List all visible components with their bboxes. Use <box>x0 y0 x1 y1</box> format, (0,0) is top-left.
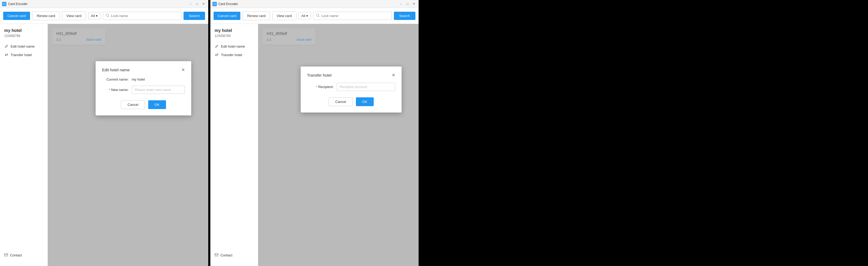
search-button-2[interactable]: Search <box>394 12 415 20</box>
close-button-1[interactable]: ✕ <box>201 1 206 7</box>
search-icon-2 <box>316 14 320 18</box>
toolbar-2: Cancel card Renew card View card All ▾ S… <box>210 8 418 24</box>
search-input-1[interactable] <box>111 14 179 18</box>
svg-rect-9 <box>214 3 216 4</box>
required-mark: * <box>108 88 110 92</box>
current-name-label: Current name: <box>102 77 129 81</box>
view-card-button-2[interactable]: View card <box>272 11 297 20</box>
minimize-button-2[interactable]: − <box>398 1 404 7</box>
ok-edit-button[interactable]: OK <box>148 100 166 109</box>
titlebar-2: Card Encoder − □ ✕ <box>210 0 418 8</box>
renew-card-button-1[interactable]: Renew card <box>32 11 60 20</box>
transfer-icon-1 <box>4 53 8 57</box>
chevron-down-icon-2: ▾ <box>306 14 308 18</box>
sidebar-1: my hotel 123456789 Edit hotel name Trans… <box>0 24 48 266</box>
sidebar-2: my hotel 123456789 Edit hotel name Trans… <box>210 24 258 266</box>
contact-icon-1 <box>4 253 8 258</box>
search-input-2[interactable] <box>321 14 389 18</box>
svg-rect-8 <box>4 254 8 256</box>
cancel-edit-button[interactable]: Cancel <box>121 100 145 109</box>
ok-transfer-button[interactable]: OK <box>356 97 374 106</box>
edit-hotel-label-2: Edit hotel name <box>221 45 245 48</box>
contact-item-2[interactable]: Contact <box>215 253 254 258</box>
close-button-2[interactable]: ✕ <box>411 1 416 7</box>
svg-rect-17 <box>215 254 218 256</box>
sidebar-item-transfer-hotel-1[interactable]: Transfer hotel <box>4 51 43 59</box>
titlebar-controls-2: − □ ✕ <box>398 1 416 7</box>
dialog-footer-edit: Cancel OK <box>102 100 185 109</box>
new-name-row: *New name: <box>102 86 185 94</box>
main-area-2: H31_d55bdf 1-1 Issue card Transfer hotel… <box>258 24 418 266</box>
transfer-hotel-label-2: Transfer hotel <box>221 53 242 57</box>
sidebar-top-2: my hotel 123456789 Edit hotel name Trans… <box>210 28 258 59</box>
maximize-button-1[interactable]: □ <box>194 1 200 7</box>
dialog-header-edit: Edit hotel name ✕ <box>102 68 185 72</box>
dialog-title-edit: Edit hotel name <box>102 68 130 72</box>
cancel-transfer-button[interactable]: Cancel <box>329 97 352 106</box>
recipient-input[interactable] <box>337 83 395 91</box>
transfer-hotel-dialog: Transfer hotel ✕ *Recipient: Cancel OK <box>301 66 402 112</box>
sidebar-bottom-1: Contact <box>0 253 48 262</box>
hotel-id-1: 123456789 <box>4 34 43 38</box>
svg-line-13 <box>319 16 320 17</box>
filter-dropdown-1[interactable]: All ▾ <box>88 12 101 20</box>
transfer-icon-2 <box>215 53 219 57</box>
hotel-id-2: 123456789 <box>215 34 254 38</box>
filter-label-2: All <box>302 14 305 18</box>
view-card-button-1[interactable]: View card <box>62 11 86 20</box>
sidebar-top-1: my hotel 123456789 Edit hotel name Trans… <box>0 28 48 59</box>
titlebar-title-1: Card Encoder <box>8 2 28 6</box>
sidebar-item-transfer-hotel-2[interactable]: Transfer hotel <box>215 51 254 59</box>
search-icon-1 <box>106 14 110 18</box>
titlebar-1: Card Encoder − □ ✕ <box>0 0 208 8</box>
new-name-label: *New name: <box>102 88 129 92</box>
current-name-row: Current name: my hotel <box>102 77 185 81</box>
sidebar-item-edit-hotel-1[interactable]: Edit hotel name <box>4 42 43 51</box>
titlebar-left-2: Card Encoder <box>213 2 238 6</box>
transfer-hotel-label-1: Transfer hotel <box>11 53 32 57</box>
app-icon-1 <box>2 2 6 6</box>
svg-point-12 <box>317 14 319 17</box>
contact-item-1[interactable]: Contact <box>4 253 43 258</box>
main-area-1: H31_d55bdf 1-1 Issue card Edit hotel nam… <box>48 24 208 266</box>
window-1: Card Encoder − □ ✕ Cancel card Renew car… <box>0 0 208 266</box>
edit-hotel-dialog: Edit hotel name ✕ Current name: my hotel… <box>96 61 191 115</box>
filter-label-1: All <box>91 14 95 18</box>
edit-icon-1 <box>4 44 8 48</box>
recipient-required-mark: * <box>316 85 317 89</box>
chevron-down-icon-1: ▾ <box>96 14 98 18</box>
dialog-close-transfer[interactable]: ✕ <box>392 73 395 77</box>
svg-point-3 <box>106 14 108 17</box>
dialog-header-transfer: Transfer hotel ✕ <box>307 73 395 77</box>
search-button-1[interactable]: Search <box>184 12 205 20</box>
filter-dropdown-2[interactable]: All ▾ <box>299 12 311 20</box>
overlay-2 <box>258 24 418 266</box>
edit-hotel-label-1: Edit hotel name <box>11 45 34 48</box>
sidebar-item-edit-hotel-2[interactable]: Edit hotel name <box>215 42 254 51</box>
toolbar-1: Cancel card Renew card View card All ▾ S… <box>0 8 208 24</box>
cancel-card-button-1[interactable]: Cancel card <box>3 12 30 20</box>
dialog-footer-transfer: Cancel OK <box>307 97 395 106</box>
minimize-button-1[interactable]: − <box>188 1 193 7</box>
edit-icon-2 <box>215 44 219 48</box>
new-name-input[interactable] <box>132 86 185 94</box>
hotel-name-1: my hotel <box>4 28 43 33</box>
sidebar-bottom-2: Contact <box>210 253 258 262</box>
search-box-2 <box>313 12 392 20</box>
dialog-close-edit[interactable]: ✕ <box>181 68 185 72</box>
contact-label-2: Contact <box>220 253 232 257</box>
window-2: Card Encoder − □ ✕ Cancel card Renew car… <box>210 0 418 266</box>
titlebar-title-2: Card Encoder <box>218 2 238 6</box>
content-2: my hotel 123456789 Edit hotel name Trans… <box>210 24 418 266</box>
recipient-label: *Recipient: <box>307 85 334 89</box>
maximize-button-2[interactable]: □ <box>405 1 410 7</box>
content-1: my hotel 123456789 Edit hotel name Trans… <box>0 24 208 266</box>
contact-icon-2 <box>215 253 218 258</box>
titlebar-left-1: Card Encoder <box>2 2 28 6</box>
titlebar-controls-1: − □ ✕ <box>188 1 206 7</box>
renew-card-button-2[interactable]: Renew card <box>243 11 270 20</box>
cancel-card-button-2[interactable]: Cancel card <box>214 12 240 20</box>
search-box-1 <box>103 12 181 20</box>
recipient-row: *Recipient: <box>307 83 395 91</box>
app-icon-2 <box>213 2 217 6</box>
